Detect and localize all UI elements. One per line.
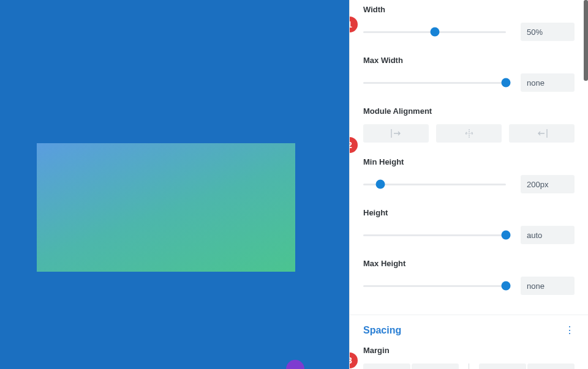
min-height-label: Min Height — [363, 157, 575, 166]
margin-bottom-input[interactable] — [412, 363, 459, 369]
scrollbar-thumb[interactable] — [584, 0, 588, 81]
width-slider[interactable] — [363, 26, 506, 38]
margin-right-input[interactable] — [527, 363, 575, 369]
max-width-label: Max Width — [363, 56, 575, 65]
height-label: Height — [363, 208, 575, 217]
spacing-section-header[interactable]: Spacing ⋮ — [350, 315, 588, 343]
min-height-control: Min Height — [363, 157, 575, 193]
margin-divider — [469, 363, 469, 369]
align-center-button[interactable] — [436, 124, 502, 143]
margin-top-input[interactable] — [363, 363, 410, 369]
spacing-title: Spacing — [363, 325, 401, 336]
margin-label: Margin — [363, 346, 575, 355]
max-height-label: Max Height — [363, 259, 575, 268]
align-right-icon — [537, 129, 548, 138]
align-center-icon — [464, 129, 475, 138]
align-left-button[interactable] — [363, 124, 429, 143]
max-height-value-input[interactable] — [521, 277, 575, 295]
align-right-button[interactable] — [509, 124, 575, 143]
max-width-value-input[interactable] — [521, 73, 575, 92]
module-preview-box[interactable] — [37, 143, 295, 272]
editor-canvas — [0, 0, 349, 369]
margin-left-input[interactable] — [479, 363, 526, 369]
min-height-value-input[interactable] — [521, 175, 575, 193]
height-slider[interactable] — [363, 229, 506, 241]
margin-control: Margin Top Bottom — [363, 346, 575, 369]
builder-handle[interactable] — [286, 360, 304, 369]
max-width-control: Max Width — [363, 56, 575, 92]
max-height-control: Max Height — [363, 259, 575, 295]
max-width-slider[interactable] — [363, 76, 506, 89]
module-alignment-control: Module Alignment — [363, 106, 575, 143]
width-value-input[interactable] — [521, 23, 575, 41]
align-left-icon — [391, 129, 402, 138]
width-control: Width — [363, 5, 575, 41]
max-height-slider[interactable] — [363, 280, 506, 292]
module-alignment-label: Module Alignment — [363, 106, 575, 116]
width-label: Width — [363, 5, 575, 14]
kebab-icon[interactable]: ⋮ — [565, 326, 575, 335]
settings-panel: 1 2 3 Width Max Width — [349, 0, 588, 369]
height-control: Height — [363, 208, 575, 244]
min-height-slider[interactable] — [363, 178, 506, 190]
height-value-input[interactable] — [521, 226, 575, 244]
